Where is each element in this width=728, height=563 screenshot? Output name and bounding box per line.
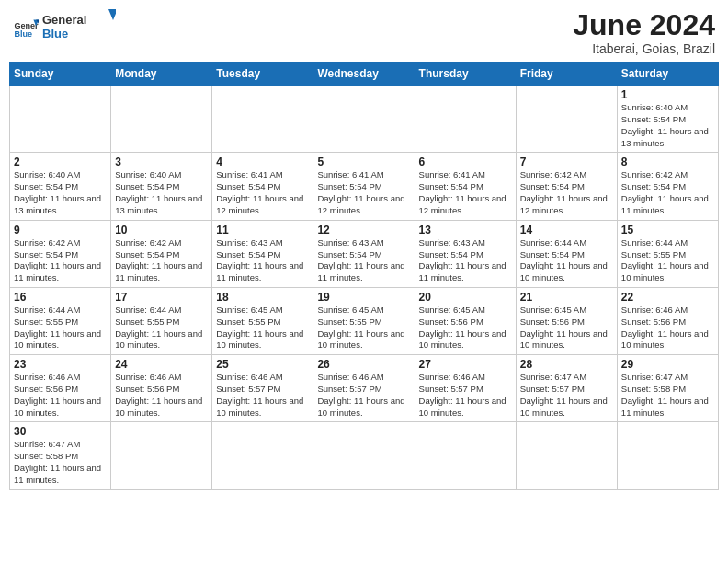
week-row-5: 23 Sunrise: 6:46 AMSunset: 5:56 PMDaylig… [10,355,719,422]
week-row-3: 9 Sunrise: 6:42 AMSunset: 5:54 PMDayligh… [10,220,719,287]
calendar-table: Sunday Monday Tuesday Wednesday Thursday… [9,62,719,490]
location-title: Itaberai, Goias, Brazil [573,41,715,56]
empty-cell [111,422,212,489]
day-16: 16 Sunrise: 6:44 AMSunset: 5:55 PMDaylig… [10,287,111,354]
day-5: 5 Sunrise: 6:41 AMSunset: 5:54 PMDayligh… [313,153,415,220]
empty-cell [212,86,313,153]
header-sunday: Sunday [10,63,111,86]
day-15: 15 Sunrise: 6:44 AMSunset: 5:55 PMDaylig… [617,220,718,287]
day-25: 25 Sunrise: 6:46 AMSunset: 5:57 PMDaylig… [212,355,313,422]
day-21: 21 Sunrise: 6:45 AMSunset: 5:56 PMDaylig… [516,287,617,354]
day-7: 7 Sunrise: 6:42 AMSunset: 5:54 PMDayligh… [516,153,617,220]
svg-text:Blue: Blue [42,27,68,40]
svg-marker-6 [108,9,116,20]
week-row-2: 2 Sunrise: 6:40 AMSunset: 5:54 PMDayligh… [10,153,719,220]
svg-text:General: General [42,13,86,27]
title-area: June 2024 Itaberai, Goias, Brazil [573,9,715,56]
day-12: 12 Sunrise: 6:43 AMSunset: 5:54 PMDaylig… [313,220,415,287]
day-11: 11 Sunrise: 6:43 AMSunset: 5:54 PMDaylig… [212,220,313,287]
logo-icon: General Blue [13,15,39,40]
empty-cell [415,422,516,489]
week-row-4: 16 Sunrise: 6:44 AMSunset: 5:55 PMDaylig… [10,287,719,354]
month-title: June 2024 [573,9,715,41]
day-3: 3 Sunrise: 6:40 AMSunset: 5:54 PMDayligh… [111,153,212,220]
empty-cell [10,86,111,153]
logo: General Blue General Blue [13,9,116,46]
logo-text-svg: General Blue [42,9,116,42]
header-saturday: Saturday [617,63,718,86]
day-4: 4 Sunrise: 6:41 AMSunset: 5:54 PMDayligh… [212,153,313,220]
svg-text:Blue: Blue [14,29,32,39]
day-22: 22 Sunrise: 6:46 AMSunset: 5:56 PMDaylig… [617,287,718,354]
header-friday: Friday [516,63,617,86]
day-8: 8 Sunrise: 6:42 AMSunset: 5:54 PMDayligh… [617,153,718,220]
day-20: 20 Sunrise: 6:45 AMSunset: 5:56 PMDaylig… [415,287,516,354]
day-19: 19 Sunrise: 6:45 AMSunset: 5:55 PMDaylig… [313,287,415,354]
day-26: 26 Sunrise: 6:46 AMSunset: 5:57 PMDaylig… [313,355,415,422]
day-28: 28 Sunrise: 6:47 AMSunset: 5:57 PMDaylig… [516,355,617,422]
day-18: 18 Sunrise: 6:45 AMSunset: 5:55 PMDaylig… [212,287,313,354]
day-13: 13 Sunrise: 6:43 AMSunset: 5:54 PMDaylig… [415,220,516,287]
header-wednesday: Wednesday [313,63,415,86]
empty-cell [313,422,415,489]
day-27: 27 Sunrise: 6:46 AMSunset: 5:57 PMDaylig… [415,355,516,422]
empty-cell [516,422,617,489]
empty-cell [111,86,212,153]
day-24: 24 Sunrise: 6:46 AMSunset: 5:56 PMDaylig… [111,355,212,422]
page-header: General Blue General Blue June 2024 Itab… [9,9,719,56]
day-10: 10 Sunrise: 6:42 AMSunset: 5:54 PMDaylig… [111,220,212,287]
week-row-1: 1 Sunrise: 6:40 AMSunset: 5:54 PMDayligh… [10,86,719,153]
day-6: 6 Sunrise: 6:41 AMSunset: 5:54 PMDayligh… [415,153,516,220]
day-23: 23 Sunrise: 6:46 AMSunset: 5:56 PMDaylig… [10,355,111,422]
week-row-6: 30 Sunrise: 6:47 AMSunset: 5:58 PMDaylig… [10,422,719,489]
weekday-header-row: Sunday Monday Tuesday Wednesday Thursday… [10,63,719,86]
day-2: 2 Sunrise: 6:40 AMSunset: 5:54 PMDayligh… [10,153,111,220]
empty-cell [212,422,313,489]
empty-cell [516,86,617,153]
header-monday: Monday [111,63,212,86]
header-tuesday: Tuesday [212,63,313,86]
empty-cell [313,86,415,153]
header-thursday: Thursday [415,63,516,86]
day-17: 17 Sunrise: 6:44 AMSunset: 5:55 PMDaylig… [111,287,212,354]
day-14: 14 Sunrise: 6:44 AMSunset: 5:54 PMDaylig… [516,220,617,287]
day-1: 1 Sunrise: 6:40 AMSunset: 5:54 PMDayligh… [617,86,718,153]
empty-cell [617,422,718,489]
day-30: 30 Sunrise: 6:47 AMSunset: 5:58 PMDaylig… [10,422,111,489]
day-29: 29 Sunrise: 6:47 AMSunset: 5:58 PMDaylig… [617,355,718,422]
empty-cell [415,86,516,153]
day-9: 9 Sunrise: 6:42 AMSunset: 5:54 PMDayligh… [10,220,111,287]
